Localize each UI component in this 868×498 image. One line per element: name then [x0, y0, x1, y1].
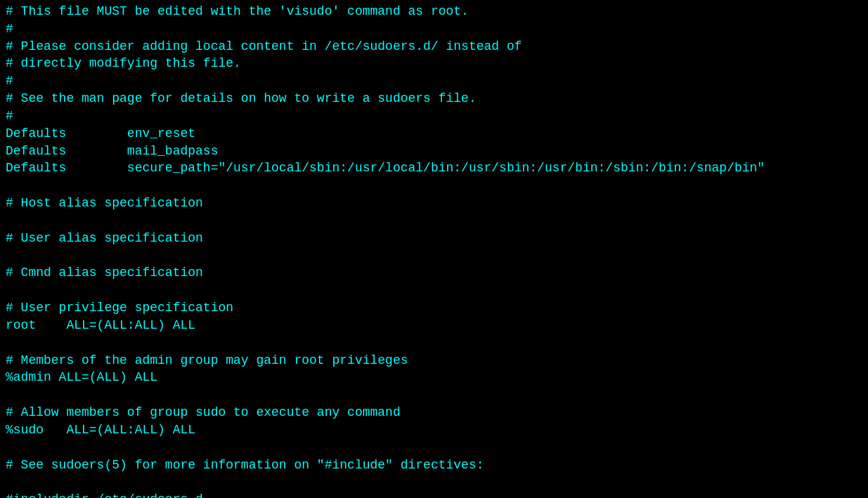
terminal-content: # This file MUST be edited with the 'vis…: [6, 3, 862, 498]
